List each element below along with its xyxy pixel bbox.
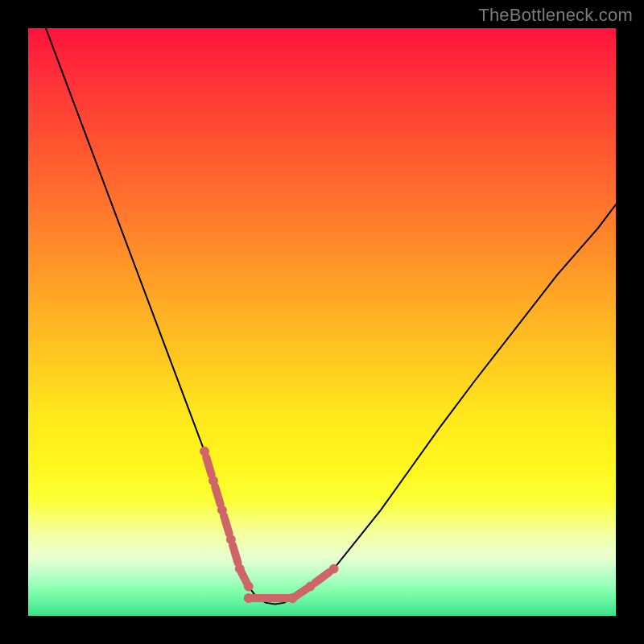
svg-line-15	[315, 572, 329, 583]
curve-path	[46, 28, 616, 604]
svg-line-2	[206, 457, 212, 475]
watermark-text: TheBottleneck.com	[478, 5, 633, 26]
svg-line-4	[215, 486, 221, 504]
svg-line-6	[224, 516, 229, 534]
plot-area	[28, 28, 616, 616]
svg-line-10	[242, 572, 247, 583]
svg-point-18	[288, 594, 297, 603]
svg-point-17	[244, 594, 253, 603]
accent-markers	[200, 447, 339, 603]
bottleneck-curve	[28, 28, 616, 616]
svg-line-13	[296, 588, 307, 596]
svg-line-8	[233, 545, 238, 563]
outer-frame: TheBottleneck.com	[0, 0, 644, 644]
